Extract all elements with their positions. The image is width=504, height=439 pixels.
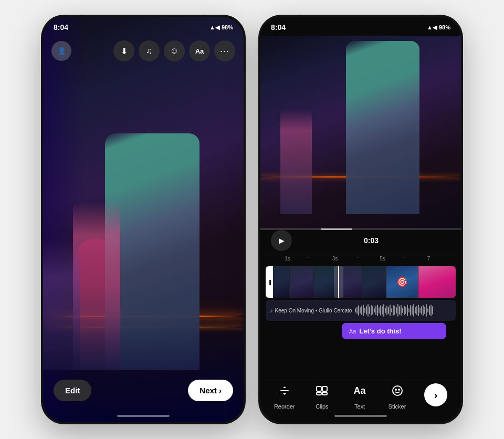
svg-rect-0 (280, 390, 289, 391)
video-scene-1 (43, 17, 244, 422)
sticker-tool[interactable]: Sticker (387, 380, 408, 410)
svg-rect-4 (322, 392, 327, 395)
text-tool[interactable]: Aa Text (349, 380, 370, 410)
text-icon-1: Aa (195, 47, 204, 55)
svg-rect-2 (322, 386, 327, 391)
phone-2: 8:04 ▲◀ 98% ▶ 0:03 1s (258, 15, 463, 424)
save-icon: ⬇ (121, 46, 128, 56)
ruler-mark-1: 1s (285, 256, 290, 262)
svg-rect-1 (317, 386, 321, 391)
sticker-button-1[interactable]: ☺ (164, 40, 185, 61)
time-1: 8:04 (54, 23, 68, 32)
video-preview (260, 36, 461, 230)
home-indicator-1 (117, 415, 170, 417)
ruler-mark-4: 7 (427, 256, 430, 262)
svg-point-5 (393, 386, 402, 395)
status-bar-1: 8:04 ▲◀ 98% (43, 17, 244, 34)
save-button[interactable]: ⬇ (113, 40, 134, 61)
video-timeline-track[interactable]: ▐ 🎯 (266, 266, 456, 298)
phone-1-inner: 8:04 ▲◀ 98% 👤 ⬇ ♫ ☺ (43, 17, 244, 422)
text-bubble-label: Let's do this! (359, 327, 401, 335)
ruler-mark-3: 5s (380, 256, 385, 262)
clips-tool[interactable]: Clips (311, 380, 332, 410)
play-button[interactable]: ▶ (271, 230, 292, 251)
status-icons-2: ▲◀ 98% (427, 24, 450, 31)
bottom-bar-1: Edit Next › (54, 380, 233, 401)
text-bubble[interactable]: Aa Let's do this! (342, 323, 446, 339)
battery-2: 98% (439, 24, 450, 30)
time-display: 0:03 (292, 236, 450, 245)
phone-1: 8:04 ▲◀ 98% 👤 ⬇ ♫ ☺ (41, 15, 246, 424)
audio-waveform (355, 302, 452, 318)
clip-thumb-5 (362, 266, 386, 298)
audio-icon: ♪ (270, 307, 273, 313)
phone-2-inner: 8:04 ▲◀ 98% ▶ 0:03 1s (260, 17, 461, 422)
battery-1: 98% (222, 24, 233, 30)
playhead (338, 266, 339, 298)
reorder-tool[interactable]: Reorder (274, 380, 295, 410)
music-icon: ♫ (146, 46, 152, 56)
signal-icon: ▲◀ (209, 24, 219, 31)
edit-button[interactable]: Edit (54, 380, 91, 401)
status-icons-1: ▲◀ 98% (209, 24, 233, 31)
audio-track[interactable]: ♪ Keep On Moving • Giulio Cercato (266, 300, 456, 321)
ruler-dot-3: • (404, 256, 405, 259)
timeline-ruler: 1s 3s 5s 7 • • • (260, 256, 461, 266)
clip-start-handle[interactable]: ▐ (266, 266, 273, 298)
more-button[interactable]: ··· (214, 40, 235, 61)
time-2: 8:04 (271, 23, 286, 32)
play-icon: ▶ (279, 236, 285, 245)
playhead-highlight (334, 266, 343, 298)
preview-main-figure (346, 41, 419, 214)
clips-icon (311, 380, 332, 401)
ruler-dot-1: • (308, 256, 309, 259)
music-button[interactable]: ♫ (139, 40, 160, 61)
clip-thumb-2 (290, 266, 313, 298)
timeline-next-button[interactable]: › (424, 383, 447, 406)
clip-strip: 🎯 (266, 266, 456, 298)
svg-rect-3 (317, 392, 321, 395)
bg-figure-left (280, 109, 312, 214)
ruler-dot-2: • (357, 256, 358, 259)
audio-label: Keep On Moving • Giulio Cercato (275, 308, 352, 313)
status-bar-2: 8:04 ▲◀ 98% (260, 17, 461, 34)
bottom-toolbar-2: Reorder Clips Aa Text (260, 380, 461, 410)
sticker-icon-1: ☺ (170, 46, 178, 56)
avatar-btn[interactable]: 👤 (51, 41, 71, 61)
svg-point-7 (398, 389, 400, 390)
svg-point-6 (395, 389, 396, 390)
more-icon: ··· (220, 46, 229, 57)
sticker-icon-2 (387, 380, 408, 401)
reorder-icon (274, 380, 295, 401)
next-label: Next › (200, 386, 222, 395)
home-indicator-2 (334, 415, 387, 417)
text-icon-2: Aa (349, 380, 370, 401)
text-track[interactable]: Aa Let's do this! (266, 323, 456, 339)
playback-area: ▶ 0:03 (260, 230, 461, 251)
next-arrow-icon: › (434, 389, 438, 401)
text-label: Text (354, 403, 365, 410)
reorder-label: Reorder (274, 403, 295, 410)
signal-icon-2: ▲◀ (427, 24, 437, 31)
floor-glow (43, 317, 244, 422)
toolbar-1: 👤 ⬇ ♫ ☺ Aa ··· (51, 40, 235, 61)
clips-label: Clips (316, 403, 328, 410)
timeline-area[interactable]: 1s 3s 5s 7 • • • (260, 256, 461, 345)
phones-container: 8:04 ▲◀ 98% 👤 ⬇ ♫ ☺ (0, 0, 504, 439)
sticker-clip: 🎯 (386, 266, 418, 298)
next-button[interactable]: Next › (188, 380, 233, 401)
pink-clip (418, 266, 456, 298)
text-button-1[interactable]: Aa (189, 40, 210, 61)
sticker-label: Sticker (388, 403, 406, 410)
ruler-mark-2: 3s (332, 256, 338, 262)
text-bubble-icon: Aa (349, 328, 356, 335)
